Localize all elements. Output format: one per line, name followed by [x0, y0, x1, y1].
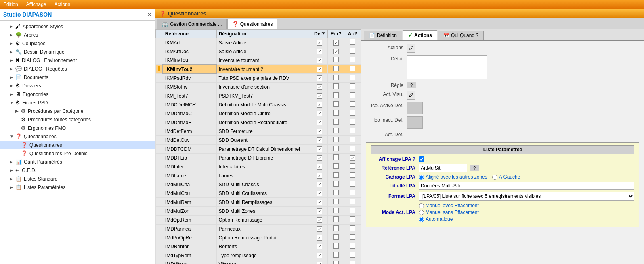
tab-questionnaires[interactable]: ❓ Questionnaires: [227, 19, 277, 29]
libelle-lpa-input[interactable]: [419, 182, 634, 190]
sidebar-item-arbres[interactable]: ▶ 🌳 Arbres: [0, 31, 155, 39]
mode-act-radio-manuel-sans[interactable]: Manuel sans Effacement: [419, 210, 479, 215]
sidebar-item-listes-param[interactable]: ▶ 📋 Listes Paramétrées: [0, 183, 155, 191]
table-row[interactable]: IMDPanneaPanneaux: [156, 225, 361, 233]
table-row[interactable]: IMDCDefMCRDefinition Modele Multi Chassi…: [156, 100, 361, 109]
table-row[interactable]: IKMArtDocSaisie Article: [156, 47, 361, 56]
cell-for: [328, 100, 344, 109]
tab-gestion[interactable]: 🏢 Gestion Commerciale ...: [157, 19, 227, 29]
ico-active-box: [407, 102, 423, 114]
table-row[interactable]: IMDDTLibParametrage DT Librairie: [156, 154, 361, 162]
cell-def: [311, 198, 328, 207]
col-ref[interactable]: Référence: [163, 30, 216, 38]
sidebar-item-ged[interactable]: ▶ ↩ G.E.D.: [0, 166, 155, 175]
sidebar-item-questionnaires[interactable]: ▼ ❓ Questionnaires: [0, 132, 155, 141]
sidebar-close-button[interactable]: ✕: [147, 11, 152, 18]
table-row[interactable]: IMDDTCDMParametrage DT Calcul Dimensionn…: [156, 145, 361, 154]
mode-act-radio-auto[interactable]: Automatique: [419, 216, 479, 222]
arrow-icon: ▶: [10, 75, 15, 79]
top-bar-tab-affichage[interactable]: Affichage: [26, 2, 46, 7]
table-row[interactable]: IMDDefMoRDefinition Modele Rectangulaire: [156, 118, 361, 127]
sidebar-item-dialog-req[interactable]: ▶ 💬 DIALOG : Requêtes: [0, 64, 155, 73]
table-row[interactable]: IMDLameLames: [156, 171, 361, 180]
cell-def: [311, 65, 328, 74]
cell-desig: Inventaire d'une section: [216, 83, 311, 91]
cell-ref: IMdTypRem: [163, 251, 216, 260]
checkbox-for: [333, 216, 339, 222]
sidebar-item-dialog-env[interactable]: ▶ ✖ DIALOG : Environnement: [0, 56, 155, 64]
cadrage-radio-align[interactable]: Aligné avec les autres zones: [419, 174, 487, 180]
sidebar-item-dessin[interactable]: ▶ 🔧 Dessin Dynamique: [0, 48, 155, 56]
table-row[interactable]: IMdMulRemSDD Multi Remplissages: [156, 198, 361, 207]
ref-lpa-input[interactable]: [419, 164, 467, 172]
table-row[interactable]: IMdMulZonSDD Multi Zones: [156, 207, 361, 216]
table-row[interactable]: IMDRenforRenforts: [156, 242, 361, 251]
sub-tab-actions[interactable]: ✓ Actions: [403, 30, 437, 40]
col-for[interactable]: For?: [328, 30, 344, 38]
actions-edit-button[interactable]: 🖊: [407, 44, 415, 53]
act-visu-edit-button[interactable]: 🖊: [407, 91, 415, 100]
table-panel: Référence Désignation Déf? For? Ac? IKMA…: [155, 29, 361, 264]
table-row[interactable]: IKMInvTou2Inventaire tournant 2: [156, 65, 361, 74]
table-row[interactable]: IMdOptRemOption Remplissage: [156, 216, 361, 225]
table-row[interactable]: IKMStoInvInventaire d'une section: [156, 83, 361, 91]
sub-tab-quiquand[interactable]: 📅 Qui,Quand ?: [438, 31, 484, 40]
checkbox-def: [317, 146, 322, 152]
table-row[interactable]: IMDVitragVitrages: [156, 260, 361, 264]
sidebar-item-label: DIALOG : Environnement: [22, 58, 77, 63]
cell-for: [328, 189, 344, 198]
checkbox-ac: [350, 252, 355, 258]
sidebar-item-quest[interactable]: ▶ ❓ Questionnaires: [0, 141, 155, 149]
checkbox-ac: [350, 208, 355, 213]
sidebar-item-ergo-fmo[interactable]: ▶ ⚙ Ergonomies FMO: [0, 124, 155, 132]
ico-inact-box: [407, 116, 423, 129]
table-row[interactable]: IKM_Test7PSD IKM_Test7: [156, 91, 361, 100]
table-row[interactable]: IMdDetOuvSDD Ouvrant: [156, 136, 361, 145]
sidebar-item-quest-predef[interactable]: ▶ ❓ Questionnaires Pré-Définis: [0, 149, 155, 158]
top-bar-tab-edition[interactable]: Edition: [3, 2, 18, 7]
table-row[interactable]: IMdMulChaSDD Multi Chassis: [156, 180, 361, 189]
sub-tab-definition[interactable]: 📄 Définition: [364, 31, 402, 40]
table-row[interactable]: IMdMulCouSDD Multi Coulissants: [156, 189, 361, 198]
table-row[interactable]: IKMArtSaisie Article: [156, 38, 361, 47]
affichage-lpa-checkbox[interactable]: [419, 156, 424, 162]
table-row[interactable]: IMdDetFermSDD Fermeture: [156, 127, 361, 136]
sidebar-item-ergonomies[interactable]: ▶ 🖥 Ergonomies: [0, 90, 155, 98]
col-desig[interactable]: Désignation: [216, 30, 311, 38]
table-row[interactable]: IMDInterIntercalaires: [156, 162, 361, 171]
format-lpa-select[interactable]: [LPA/05] Liste sur fiche avec 5 enregist…: [419, 192, 634, 201]
cadrage-radio-gauche[interactable]: A Gauche: [492, 174, 520, 180]
table-row[interactable]: IKMPsdRdvTuto PSD exemple prise de RDV: [156, 74, 361, 83]
top-bar-tab-actions[interactable]: Actions: [55, 2, 70, 7]
cell-def: [311, 100, 328, 109]
sidebar-item-dossiers[interactable]: ▶ ⚙ Dossiers: [0, 81, 155, 90]
sidebar-item-proc-all[interactable]: ▶ ⚙ Procédures toutes catégories: [0, 115, 155, 124]
ref-lpa-question-button[interactable]: ?: [470, 165, 479, 171]
sidebar-item-apparences[interactable]: ▶ 🖌 Apparences Styles: [0, 22, 155, 31]
cell-for: [328, 207, 344, 216]
cell-for: [328, 38, 344, 47]
table-scroll[interactable]: Référence Désignation Déf? For? Ac? IKMA…: [155, 29, 361, 264]
sub-tab-quiquand-label: Qui,Quand ?: [451, 33, 478, 38]
checkbox-for: [333, 261, 339, 264]
table-row[interactable]: IMDDefMoCDefinition Modele Cintré: [156, 109, 361, 118]
sidebar-item-fiches-psd[interactable]: ▼ ⚙ Fiches PSD: [0, 98, 155, 107]
checkbox-ac: [350, 57, 355, 62]
sidebar-item-proc-cat[interactable]: ▶ ⚙ Procédures par Catégorie: [0, 107, 155, 115]
sidebar-item-documents[interactable]: ▶ 📄 Documents: [0, 73, 155, 81]
sidebar-item-listes-std[interactable]: ▶ 📋 Listes Standard: [0, 175, 155, 183]
cell-desig: Inventaire tournant 2: [216, 65, 311, 74]
col-def[interactable]: Déf?: [311, 30, 328, 38]
sidebar-item-gantt[interactable]: ▶ 📊 Gantt Paramétrés: [0, 158, 155, 166]
table-row[interactable]: IMdTypRemType remplissage: [156, 251, 361, 260]
cell-def: [311, 118, 328, 127]
col-ac[interactable]: Ac?: [344, 30, 361, 38]
cell-def: [311, 171, 328, 180]
table-row[interactable]: IKMInvTouInventaire tournant: [156, 56, 361, 65]
table-row[interactable]: IMdPoOpReOption Remplissage Portail: [156, 233, 361, 242]
cell-for: [328, 74, 344, 83]
mode-act-radio-manuel-eff[interactable]: Manuel avec Effacement: [419, 203, 479, 208]
detail-textarea[interactable]: [407, 55, 487, 79]
sidebar-item-couplages[interactable]: ▶ ⚙ Couplages: [0, 39, 155, 48]
regle-question-button[interactable]: ?: [407, 82, 416, 88]
